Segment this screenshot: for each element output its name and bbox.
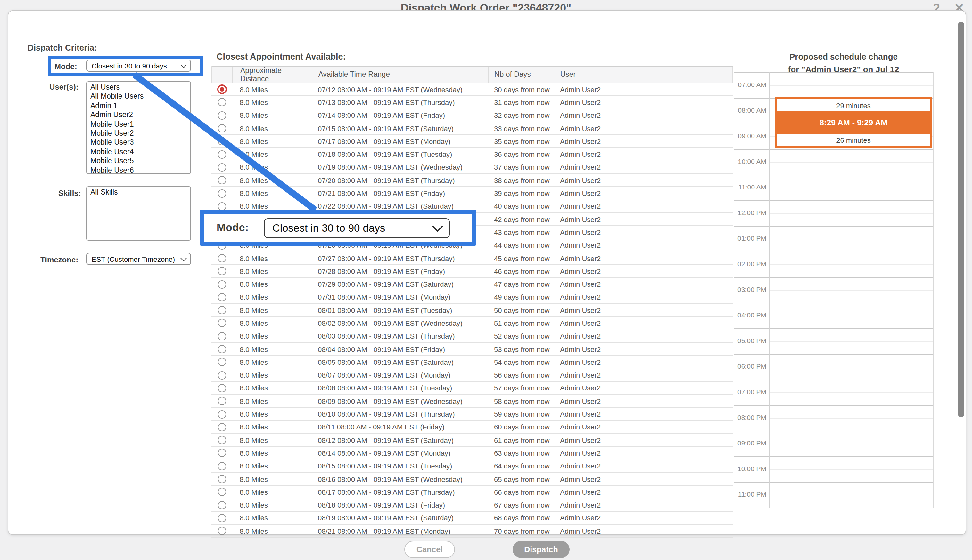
user-option[interactable]: Mobile User6: [87, 165, 190, 174]
callout-mode-select[interactable]: Closest in 30 to 90 days: [264, 218, 450, 238]
appointment-radio[interactable]: [217, 189, 226, 197]
appointment-radio[interactable]: [217, 449, 226, 457]
appointment-row[interactable]: 8.0 Miles07/21 08:00 AM - 09:19 AM EST (…: [211, 187, 733, 200]
appointment-radio[interactable]: [217, 501, 226, 509]
appointment-row[interactable]: 8.0 Miles08/10 08:00 AM - 09:19 AM EST (…: [211, 408, 733, 421]
appointment-row[interactable]: 8.0 Miles08/11 08:00 AM - 09:19 AM EST (…: [211, 421, 733, 434]
appointment-radio[interactable]: [217, 436, 226, 444]
appointment-row[interactable]: 8.0 Miles08/01 08:00 AM - 09:19 AM EST (…: [211, 304, 733, 317]
appointment-row[interactable]: 8.0 Miles08/19 08:00 AM - 09:19 AM EST (…: [211, 512, 733, 525]
appointment-radio[interactable]: [217, 254, 226, 262]
appointment-radio[interactable]: [217, 371, 226, 379]
timezone-select[interactable]: EST (Customer Timezone): [87, 253, 191, 265]
cancel-button[interactable]: Cancel: [404, 541, 455, 558]
appointment-radio[interactable]: [217, 332, 226, 340]
appointment-radio[interactable]: [217, 423, 226, 432]
appointment-radio[interactable]: [217, 345, 226, 353]
appointment-row[interactable]: 8.0 Miles07/31 08:00 AM - 09:19 AM EST (…: [211, 291, 733, 304]
dispatch-button[interactable]: Dispatch: [513, 541, 570, 558]
appointment-distance: 8.0 Miles: [232, 306, 313, 314]
appointment-user: Admin User2: [552, 475, 733, 483]
appointment-radio[interactable]: [217, 488, 226, 496]
appointment-radio[interactable]: [217, 397, 226, 405]
appointment-row[interactable]: 8.0 Miles08/15 08:00 AM - 09:19 AM EST (…: [211, 460, 733, 473]
appointment-days: 51 days from now: [489, 319, 552, 327]
appointment-row[interactable]: 8.0 Miles08/21 08:00 AM - 09:19 AM EST (…: [211, 525, 733, 538]
appointment-row[interactable]: 8.0 Miles07/29 08:00 AM - 09:19 AM EST (…: [211, 278, 733, 291]
appointment-radio[interactable]: [217, 319, 226, 327]
user-option[interactable]: All Users: [87, 83, 190, 92]
skills-label: Skills:: [58, 189, 81, 198]
appointment-radio[interactable]: [217, 176, 226, 184]
appointment-row[interactable]: 8.0 Miles07/14 08:00 AM - 09:19 AM EST (…: [211, 109, 733, 122]
time-label: 08:00 PM: [734, 413, 766, 421]
appointment-row[interactable]: 8.0 Miles08/07 08:00 AM - 09:19 AM EST (…: [211, 369, 733, 382]
user-option[interactable]: Admin User2: [87, 110, 190, 119]
appointment-radio[interactable]: [217, 293, 226, 302]
appointment-row[interactable]: 8.0 Miles08/03 08:00 AM - 09:19 AM EST (…: [211, 330, 733, 343]
appointment-time-range: 08/02 08:00 AM - 09:19 AM EST (Wednesday…: [313, 319, 489, 327]
appointment-row[interactable]: 8.0 Miles08/12 08:00 AM - 09:19 AM EST (…: [211, 434, 733, 447]
appointment-row[interactable]: 8.0 Miles08/04 08:00 AM - 09:19 AM EST (…: [211, 343, 733, 356]
appointment-radio[interactable]: [217, 150, 226, 158]
appointment-row[interactable]: 8.0 Miles08/09 08:00 AM - 09:19 AM EST (…: [211, 395, 733, 408]
appointment-row[interactable]: 8.0 Miles07/17 08:00 AM - 09:19 AM EST (…: [211, 135, 733, 148]
appointment-radio[interactable]: [217, 514, 226, 522]
appointment-row[interactable]: 8.0 Miles08/02 08:00 AM - 09:19 AM EST (…: [211, 317, 733, 330]
appointment-radio[interactable]: [217, 358, 226, 367]
appointment-row[interactable]: 8.0 Miles07/13 08:00 AM - 09:19 AM EST (…: [211, 96, 733, 110]
appointment-radio[interactable]: [217, 111, 226, 119]
appointment-distance: 8.0 Miles: [232, 501, 313, 509]
appointment-radio[interactable]: [217, 475, 226, 483]
appointment-radio-selected[interactable]: [217, 85, 226, 94]
user-option[interactable]: Admin 1: [87, 101, 190, 110]
appointment-user: Admin User2: [552, 293, 733, 301]
user-option[interactable]: All Mobile Users: [87, 92, 190, 101]
appointment-row[interactable]: 8.0 Miles08/08 08:00 AM - 09:19 AM EST (…: [211, 382, 733, 395]
user-option[interactable]: Mobile User5: [87, 157, 190, 166]
skill-option[interactable]: All Skills: [87, 188, 190, 197]
appointment-radio[interactable]: [217, 306, 226, 314]
user-option[interactable]: Mobile User3: [87, 138, 190, 147]
proposed-event-block[interactable]: 29 minutes 8:29 AM - 9:29 AM 26 minutes: [775, 97, 932, 148]
appointment-distance: 8.0 Miles: [232, 462, 313, 470]
appointment-row[interactable]: 8.0 Miles08/18 08:00 AM - 09:19 AM EST (…: [211, 499, 733, 512]
appointment-radio[interactable]: [217, 384, 226, 392]
appointment-row[interactable]: 8.0 Miles07/18 08:00 AM - 09:19 AM EST (…: [211, 148, 733, 161]
appointment-radio[interactable]: [217, 527, 226, 535]
time-label: 06:00 PM: [734, 362, 766, 370]
appointment-radio[interactable]: [217, 462, 226, 470]
appointment-radio[interactable]: [217, 124, 226, 132]
appointment-row[interactable]: 8.0 Miles08/05 08:00 AM - 09:19 AM EST (…: [211, 356, 733, 369]
appointment-row[interactable]: 8.0 Miles08/16 08:00 AM - 09:19 AM EST (…: [211, 473, 733, 486]
time-label: 11:00 PM: [734, 490, 766, 498]
appointment-row[interactable]: 8.0 Miles07/19 08:00 AM - 09:19 AM EST (…: [211, 161, 733, 174]
appointment-radio[interactable]: [217, 280, 226, 288]
appointment-row[interactable]: 8.0 Miles07/20 08:00 AM - 09:19 AM EST (…: [211, 174, 733, 187]
user-option[interactable]: Mobile User1: [87, 119, 190, 128]
appointment-row[interactable]: 8.0 Miles08/17 08:00 AM - 09:19 AM EST (…: [211, 486, 733, 499]
appointment-radio[interactable]: [217, 137, 226, 146]
appointment-radio[interactable]: [217, 98, 226, 107]
appointment-radio[interactable]: [217, 267, 226, 275]
user-column-header: User: [553, 67, 733, 83]
appointment-row[interactable]: 8.0 Miles07/27 08:00 AM - 09:19 AM EST (…: [211, 252, 733, 265]
appointment-radio[interactable]: [217, 410, 226, 418]
appointment-radio[interactable]: [217, 202, 226, 210]
appointment-time-range: 08/04 08:00 AM - 09:19 AM EST (Friday): [313, 345, 489, 353]
appointment-row[interactable]: 8.0 Miles07/12 08:00 AM - 09:19 AM EST (…: [211, 83, 733, 96]
appointment-radio[interactable]: [217, 163, 226, 172]
skills-listbox[interactable]: All Skills: [87, 186, 191, 241]
appointment-distance: 8.0 Miles: [232, 488, 313, 496]
dialog-scrollbar-thumb[interactable]: [958, 22, 964, 417]
appointment-row[interactable]: 8.0 Miles07/28 08:00 AM - 09:19 AM EST (…: [211, 265, 733, 278]
appointment-user: Admin User2: [552, 436, 733, 444]
appointment-row[interactable]: 8.0 Miles07/15 08:00 AM - 09:19 AM EST (…: [211, 122, 733, 135]
appointment-row[interactable]: 8.0 Miles08/14 08:00 AM - 09:19 AM EST (…: [211, 447, 733, 460]
user-option[interactable]: Mobile User4: [87, 147, 190, 157]
users-listbox[interactable]: All UsersAll Mobile UsersAdmin 1Admin Us…: [87, 81, 191, 174]
appointment-days: 35 days from now: [489, 138, 552, 145]
user-option[interactable]: Mobile User2: [87, 128, 190, 138]
time-label: 07:00 AM: [734, 81, 766, 88]
appointment-days: 50 days from now: [489, 306, 552, 314]
